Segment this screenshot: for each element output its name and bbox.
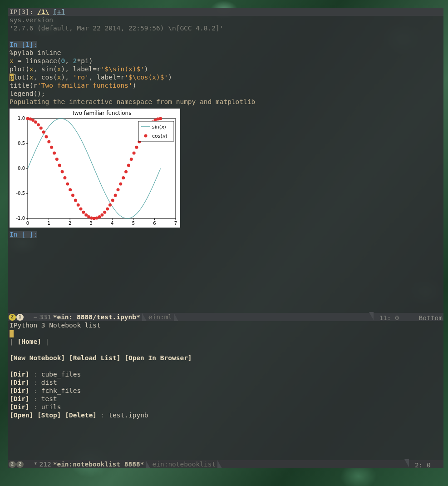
dir-name[interactable]: utils (41, 403, 61, 411)
badge-workspace[interactable]: 2 (9, 461, 16, 468)
badge-buffer[interactable]: 1 (16, 314, 24, 321)
dir-row: [Dir] : fchk_files (10, 387, 442, 395)
cell-0-output[interactable]: sys.version '2.7.6 (default, Mar 22 2014… (8, 16, 443, 32)
open-browser-button[interactable]: [Open In Browser] (124, 354, 192, 362)
svg-point-60 (111, 199, 114, 202)
svg-point-40 (58, 164, 61, 167)
svg-point-56 (100, 213, 103, 217)
in-prompt: In [1]: (10, 41, 37, 48)
tab-new[interactable]: [+] (53, 8, 65, 15)
svg-text:1.0: 1.0 (18, 116, 25, 121)
cell-empty[interactable]: In [ ]: (8, 230, 443, 247)
file-name[interactable]: test.ipynb (108, 412, 148, 419)
stop-button[interactable]: [Stop] (37, 412, 61, 419)
svg-text:3: 3 (90, 221, 93, 226)
in-prompt: In [ ]: (10, 231, 37, 238)
svg-point-44 (69, 188, 72, 191)
svg-text:6: 6 (153, 221, 156, 226)
svg-point-50 (84, 213, 88, 217)
output-line: Populating the interactive namespace fro… (10, 98, 442, 106)
badge-workspace[interactable]: 2 (9, 314, 16, 321)
svg-point-48 (79, 207, 83, 210)
svg-text:0.0: 0.0 (18, 166, 25, 171)
code-line: %pylab inline (10, 49, 442, 57)
buffer-name[interactable]: *ein: 8888/test.ipynb* (53, 313, 140, 321)
svg-text:4: 4 (111, 221, 113, 226)
svg-point-47 (77, 203, 80, 207)
svg-point-61 (114, 193, 117, 197)
svg-point-68 (133, 152, 136, 155)
svg-text:cos(x): cos(x) (152, 133, 167, 139)
svg-point-58 (106, 207, 109, 210)
svg-text:2: 2 (69, 221, 71, 226)
dir-row: [Dir] : test (10, 395, 442, 403)
buffer-name[interactable]: *ein:notebooklist 8888* (53, 460, 144, 468)
svg-point-36 (47, 140, 50, 144)
cursor-position: 2: 0 (415, 461, 431, 469)
svg-point-31 (34, 120, 37, 124)
code-line: x = linspace(0, 2*pi) (10, 57, 442, 65)
code-line: title(r'Two familiar functions') (10, 81, 442, 89)
delete-button[interactable]: [Delete] (65, 412, 97, 419)
code-line: plot(x, cos(x), 'ro', label=r'$\cos(x)$'… (10, 73, 442, 81)
svg-text:-0.5: -0.5 (16, 191, 25, 196)
scroll-position: Bottom (419, 314, 443, 322)
svg-point-82 (144, 134, 148, 138)
modeline-top: 2 1 − 331 *ein: 8888/test.ipynb* ein:ml … (8, 313, 443, 321)
svg-point-33 (39, 127, 43, 130)
code-line: legend(); (10, 89, 442, 98)
svg-point-65 (124, 170, 128, 173)
dir-button[interactable]: [Dir] (10, 379, 30, 386)
reload-list-button[interactable]: [Reload List] (69, 354, 121, 362)
svg-text:5: 5 (132, 221, 135, 226)
dir-button[interactable]: [Dir] (10, 387, 30, 394)
dir-name[interactable]: fchk_files (41, 387, 81, 394)
tab-bar: IP[3]: /1\ [+] (8, 8, 443, 16)
dir-button[interactable]: [Dir] (10, 371, 30, 378)
plot-output: Two familiar functions01234567-1.0-0.50.… (10, 109, 180, 228)
dir-row: [Dir] : cube_files (10, 370, 442, 378)
cursor-position: 11: 0 (379, 314, 399, 322)
open-button[interactable]: [Open] (10, 412, 33, 419)
home-link[interactable]: [Home] (17, 338, 41, 345)
notebook-list[interactable]: IPython 3 Notebook list | [Home] | [New … (8, 321, 443, 419)
svg-point-78 (159, 117, 162, 120)
major-mode: ein:ml (148, 313, 172, 321)
tab-active[interactable]: /1\ (37, 8, 49, 15)
svg-point-59 (108, 203, 112, 207)
major-mode: ein:notebooklist (152, 460, 216, 468)
line-number: 331 (39, 313, 51, 321)
svg-point-62 (116, 188, 119, 191)
svg-point-34 (42, 130, 45, 134)
dir-button[interactable]: [Dir] (10, 403, 30, 411)
svg-text:Two familiar functions: Two familiar functions (72, 110, 132, 116)
svg-point-45 (71, 193, 74, 197)
dir-name[interactable]: test (41, 395, 57, 402)
svg-point-39 (55, 158, 59, 161)
svg-point-66 (127, 164, 130, 167)
svg-text:7: 7 (174, 221, 177, 226)
svg-point-69 (135, 146, 138, 149)
line-number: 212 (39, 460, 51, 468)
svg-point-42 (63, 176, 66, 179)
svg-point-55 (98, 215, 101, 218)
svg-point-32 (37, 123, 40, 126)
new-notebook-button[interactable]: [New Notebook] (10, 354, 65, 362)
svg-point-28 (26, 117, 30, 120)
dir-name[interactable]: dist (41, 379, 57, 386)
svg-text:-1.0: -1.0 (16, 216, 25, 221)
svg-point-64 (122, 176, 125, 179)
nb-list-title: IPython 3 Notebook list (10, 321, 442, 329)
svg-point-49 (82, 211, 85, 214)
svg-text:sin(x): sin(x) (152, 124, 166, 130)
dir-row: [Dir] : dist (10, 378, 442, 387)
svg-point-30 (31, 119, 34, 122)
dir-name[interactable]: cube_files (41, 371, 81, 378)
svg-point-37 (50, 146, 53, 149)
cell-1[interactable]: In [1]: %pylab inline x = linspace(0, 2*… (8, 40, 443, 106)
badge-buffer[interactable]: 2 (16, 461, 24, 468)
dir-button[interactable]: [Dir] (10, 395, 30, 402)
svg-point-52 (90, 217, 93, 220)
notebooklist-pane: IPython 3 Notebook list | [Home] | [New … (8, 321, 443, 460)
svg-point-38 (53, 152, 56, 155)
